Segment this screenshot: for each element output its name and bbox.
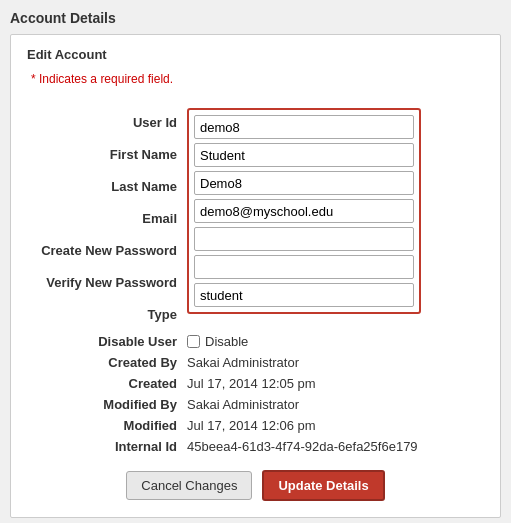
disable-value: Disable [187,334,484,349]
last-name-input[interactable] [194,171,414,195]
modified-by-value: Sakai Administrator [187,397,484,412]
label-email: Email [27,204,177,232]
created-by-row: Created By Sakai Administrator [27,355,484,370]
fields-labels [27,98,187,102]
label-type: Type [27,300,177,328]
cancel-button[interactable]: Cancel Changes [126,471,252,500]
label-verify-password: Verify New Password [27,268,177,296]
label-first-name: First Name [27,140,177,168]
internal-id-value: 45beea4-61d3-4f74-92da-6efa25f6e179 [187,439,484,454]
label-disable-user: Disable User [27,334,187,349]
red-input-group [187,108,421,314]
label-created-by: Created By [27,355,187,370]
edit-account-section: Edit Account * Indicates a required fiel… [10,34,501,518]
label-internal-id: Internal Id [27,439,187,454]
disable-checkbox[interactable] [187,335,200,348]
main-input-area: User Id First Name Last Name Email Creat… [27,108,484,328]
labels-col: User Id First Name Last Name Email Creat… [27,108,187,328]
internal-id-row: Internal Id 45beea4-61d3-4f74-92da-6efa2… [27,439,484,454]
label-user-id: User Id [27,108,177,136]
created-value: Jul 17, 2014 12:05 pm [187,376,484,391]
page-title: Account Details [10,10,501,26]
user-id-input[interactable] [194,115,414,139]
section-title: Edit Account [27,47,484,62]
modified-row: Modified Jul 17, 2014 12:06 pm [27,418,484,433]
disable-user-row: Disable User Disable [27,334,484,349]
required-note: * Indicates a required field. [31,72,484,86]
buttons-row: Cancel Changes Update Details [27,470,484,501]
verify-password-input[interactable] [194,255,414,279]
label-last-name: Last Name [27,172,177,200]
modified-value: Jul 17, 2014 12:06 pm [187,418,484,433]
input-group-container [27,98,484,102]
created-row: Created Jul 17, 2014 12:05 pm [27,376,484,391]
create-password-input[interactable] [194,227,414,251]
label-created: Created [27,376,187,391]
type-input[interactable] [194,283,414,307]
email-input[interactable] [194,199,414,223]
first-name-input[interactable] [194,143,414,167]
modified-by-row: Modified By Sakai Administrator [27,397,484,412]
label-create-password: Create New Password [27,236,177,264]
disable-label: Disable [205,334,248,349]
label-modified-by: Modified By [27,397,187,412]
created-by-value: Sakai Administrator [187,355,484,370]
label-modified: Modified [27,418,187,433]
update-button[interactable]: Update Details [262,470,384,501]
